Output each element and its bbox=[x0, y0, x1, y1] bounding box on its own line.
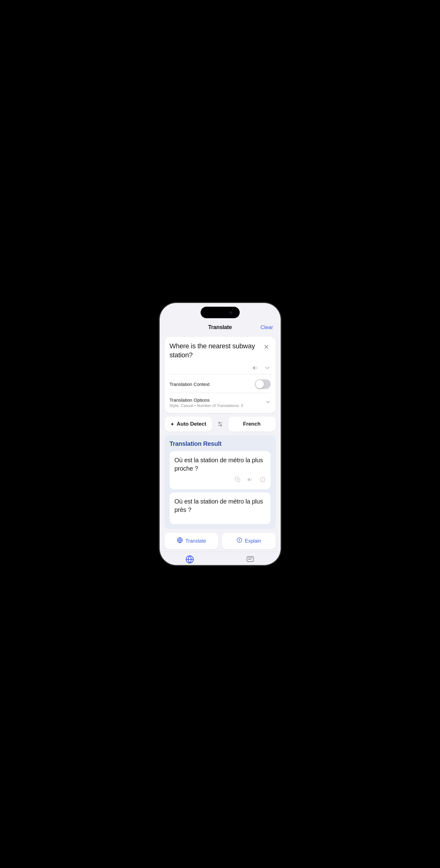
phone-screen: Translate Clear Where is the nearest sub… bbox=[160, 303, 281, 565]
input-actions bbox=[170, 362, 271, 373]
explain-action-icon bbox=[236, 537, 242, 545]
close-icon bbox=[264, 344, 269, 349]
translation-result-title: Translation Result bbox=[170, 440, 271, 447]
translation-text-1: Où est la station de métro la plus proch… bbox=[175, 456, 266, 473]
front-camera bbox=[229, 311, 233, 314]
input-text[interactable]: Where is the nearest subway station? bbox=[170, 342, 258, 360]
explain-action-label: Explain bbox=[245, 538, 261, 544]
translation-context-label: Translation Context bbox=[170, 381, 210, 387]
tab-chat[interactable]: Chat bbox=[220, 555, 281, 565]
language-selector: ✦ Auto Detect French bbox=[165, 416, 276, 432]
translation-item-2: Où est la station de métro la plus près … bbox=[170, 492, 271, 524]
input-card: Where is the nearest subway station? bbox=[165, 337, 276, 413]
explain-action-button[interactable]: Explain bbox=[222, 533, 276, 549]
target-language-button[interactable]: French bbox=[228, 416, 276, 432]
divider-2 bbox=[170, 393, 271, 393]
translate-action-icon bbox=[177, 537, 183, 545]
chat-tab-icon bbox=[246, 555, 255, 565]
tab-bar: Translate Chat bbox=[160, 552, 281, 565]
expand-icon[interactable] bbox=[264, 365, 271, 373]
action-buttons: Translate Explain bbox=[165, 533, 276, 549]
svg-rect-0 bbox=[237, 479, 240, 482]
copy-icon[interactable] bbox=[235, 476, 241, 484]
translation-result-card: Translation Result Où est la station de … bbox=[165, 435, 276, 529]
translate-action-label: Translate bbox=[185, 538, 206, 544]
source-language-label: Auto Detect bbox=[177, 421, 206, 427]
translation-options-row[interactable]: Translation Options Style: Casual • Numb… bbox=[170, 394, 271, 408]
sparkle-icon: ✦ bbox=[170, 421, 174, 427]
phone-frame: Translate Clear Where is the nearest sub… bbox=[160, 303, 281, 565]
translate-action-button[interactable]: Translate bbox=[165, 533, 218, 549]
translation-item-1: Où est la station de métro la plus proch… bbox=[170, 451, 271, 489]
translate-tab-icon bbox=[185, 555, 194, 565]
swap-icon bbox=[216, 420, 224, 428]
translation-text-2: Où est la station de métro la plus près … bbox=[175, 497, 266, 514]
target-language-label: French bbox=[243, 421, 261, 427]
tab-translate[interactable]: Translate bbox=[160, 555, 220, 565]
screen-content: Translate Clear Where is the nearest sub… bbox=[160, 303, 281, 565]
toggle-knob bbox=[256, 380, 264, 389]
translation-context-row: Translation Context bbox=[170, 376, 271, 392]
clear-input-button[interactable] bbox=[262, 342, 271, 351]
swap-language-button[interactable] bbox=[214, 418, 226, 430]
speaker-translation-icon[interactable] bbox=[247, 476, 253, 484]
translation-context-toggle[interactable] bbox=[255, 379, 271, 389]
clear-button[interactable]: Clear bbox=[261, 324, 273, 331]
options-text: Translation Options Style: Casual • Numb… bbox=[170, 397, 243, 408]
divider-1 bbox=[170, 374, 271, 374]
info-icon[interactable] bbox=[260, 476, 266, 484]
source-language-button[interactable]: ✦ Auto Detect bbox=[165, 416, 212, 432]
options-label: Translation Options bbox=[170, 397, 243, 403]
header: Translate Clear bbox=[160, 321, 281, 334]
speaker-icon[interactable] bbox=[252, 365, 259, 373]
svg-rect-3 bbox=[247, 557, 253, 562]
input-text-row: Where is the nearest subway station? bbox=[170, 342, 271, 360]
options-sublabel: Style: Casual • Number of Translations: … bbox=[170, 403, 243, 408]
page-title: Translate bbox=[208, 324, 232, 331]
translation-actions-1 bbox=[175, 476, 266, 484]
options-chevron-icon bbox=[265, 399, 271, 406]
dynamic-island bbox=[201, 307, 240, 318]
